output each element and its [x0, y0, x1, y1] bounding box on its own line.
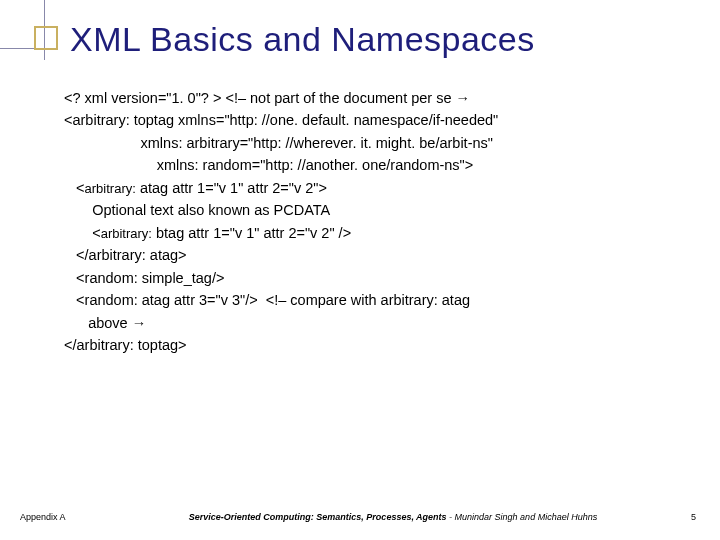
slide-title: XML Basics and Namespaces	[70, 20, 720, 59]
code-line: xmlns: random="http: //another. one/rand…	[64, 154, 670, 176]
footer-left: Appendix A	[0, 512, 130, 522]
slide-title-block: XML Basics and Namespaces	[0, 0, 720, 69]
code-line: <arbitrary: atag attr 1="v 1" attr 2="v …	[64, 177, 670, 199]
code-fragment-small: arbitrary:	[85, 181, 136, 196]
code-fragment-small: arbitrary:	[101, 226, 152, 241]
code-line: <? xml version="1. 0"? > <!– not part of…	[64, 87, 670, 109]
code-line: Optional text also known as PCDATA	[64, 199, 670, 221]
code-line: </arbitrary: toptag>	[64, 334, 670, 356]
decoration-square-icon	[34, 26, 58, 50]
code-line: <arbitrary: toptag xmlns="http: //one. d…	[64, 109, 670, 131]
slide-footer: Appendix A Service-Oriented Computing: S…	[0, 512, 720, 522]
code-fragment: <	[64, 180, 85, 196]
footer-authors: - Munindar Singh and Michael Huhns	[447, 512, 598, 522]
footer-book-title: Service-Oriented Computing: Semantics, P…	[189, 512, 447, 522]
code-line: <random: atag attr 3="v 3"/> <!– compare…	[64, 289, 670, 311]
footer-page-number: 5	[656, 512, 720, 522]
code-line: <random: simple_tag/>	[64, 267, 670, 289]
code-fragment: btag attr 1="v 1" attr 2="v 2" />	[152, 225, 351, 241]
code-line: </arbitrary: atag>	[64, 244, 670, 266]
code-line: xmlns: arbitrary="http: //wherever. it. …	[64, 132, 670, 154]
code-line: <arbitrary: btag attr 1="v 1" attr 2="v …	[64, 222, 670, 244]
code-fragment: atag attr 1="v 1" attr 2="v 2">	[136, 180, 327, 196]
footer-center: Service-Oriented Computing: Semantics, P…	[130, 512, 656, 522]
code-line: above →	[64, 312, 670, 334]
code-fragment: <	[64, 225, 101, 241]
slide-body: <? xml version="1. 0"? > <!– not part of…	[0, 69, 720, 357]
